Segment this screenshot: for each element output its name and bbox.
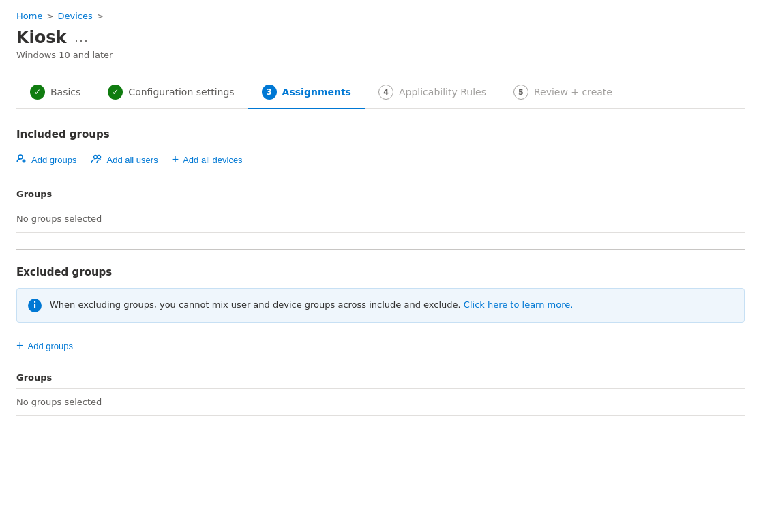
tab-review-badge: 5 [513,85,528,100]
excluded-add-groups-button[interactable]: + Add groups [16,336,73,356]
add-all-devices-icon: + [172,153,179,167]
ellipsis-menu-button[interactable]: ... [72,29,92,46]
tab-applicability-label: Applicability Rules [399,87,486,98]
excl-add-label: Add groups [28,341,74,351]
add-all-devices-label: Add all devices [183,155,242,165]
info-link[interactable]: Click here to learn more. [464,299,573,310]
tab-basics-label: Basics [50,87,80,98]
info-message: When excluding groups, you cannot mix us… [50,299,461,310]
included-groups-title: Included groups [16,128,745,141]
tab-applicability-badge: 4 [378,85,393,100]
add-all-users-icon [91,153,103,167]
breadcrumb-home[interactable]: Home [16,11,42,21]
add-groups-button[interactable]: Add groups [16,151,77,170]
tab-config-badge: ✓ [108,85,123,100]
tab-applicability[interactable]: 4 Applicability Rules [365,76,500,109]
included-groups-header: Groups [16,183,745,205]
add-groups-label: Add groups [31,155,77,165]
page-title: Kiosk [16,28,67,47]
info-box: i When excluding groups, you cannot mix … [16,288,745,323]
tab-assignments-badge: 3 [262,85,277,100]
tab-assignments[interactable]: 3 Assignments [248,76,365,109]
add-all-users-label: Add all users [107,155,158,165]
excluded-groups-title: Excluded groups [16,266,745,278]
wizard-tabs: ✓ Basics ✓ Configuration settings 3 Assi… [16,76,745,109]
breadcrumb-devices[interactable]: Devices [57,11,92,21]
info-icon: i [28,299,42,312]
included-groups-empty: No groups selected [16,205,745,233]
svg-point-2 [97,155,100,158]
breadcrumb-sep2: > [97,12,104,21]
tab-review-label: Review + create [534,87,612,98]
tab-basics[interactable]: ✓ Basics [16,76,94,109]
tab-assignments-label: Assignments [282,87,351,98]
info-text: When excluding groups, you cannot mix us… [50,298,573,312]
excluded-groups-empty: No groups selected [16,389,745,416]
section-divider [16,249,745,250]
svg-point-0 [18,155,23,159]
breadcrumb-sep1: > [46,12,53,21]
add-all-devices-button[interactable]: + Add all devices [172,150,243,170]
tab-config[interactable]: ✓ Configuration settings [94,76,248,109]
excl-add-icon: + [16,339,24,353]
page-subtitle: Windows 10 and later [16,50,745,60]
add-all-users-button[interactable]: Add all users [91,151,158,170]
page-header: Kiosk ... [16,28,745,47]
tab-config-label: Configuration settings [128,87,234,98]
excluded-groups-header: Groups [16,367,745,389]
tab-review[interactable]: 5 Review + create [500,76,626,109]
tab-basics-badge: ✓ [30,85,45,100]
breadcrumb: Home > Devices > [16,11,745,21]
add-groups-icon [16,153,27,167]
included-groups-actions: Add groups Add all users + Add all devic… [16,150,745,170]
